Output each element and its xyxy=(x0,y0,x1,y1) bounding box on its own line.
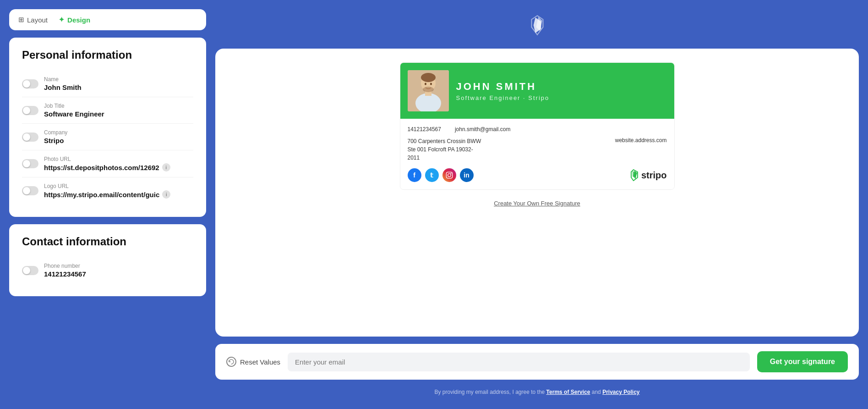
contact-info-title: Contact information xyxy=(22,235,193,248)
field-phone-value: 14121234567 xyxy=(44,270,193,278)
field-job-title: Job Title Software Engineer xyxy=(22,97,193,124)
person-avatar-svg xyxy=(408,70,449,111)
field-company-content: Company Stripo xyxy=(44,129,193,144)
terms-middle: and xyxy=(592,389,601,395)
toggle-name[interactable] xyxy=(22,79,38,88)
toggle-phone[interactable] xyxy=(22,266,38,275)
field-logo-url-value: https://my.stripo.email/content/guic xyxy=(44,191,159,199)
sig-address-line3: 2011 xyxy=(408,155,420,161)
sig-address: 700 Carpenters Crossin BWW Ste 001 Folcr… xyxy=(408,137,537,162)
field-phone-label: Phone number xyxy=(44,263,193,269)
sig-phone: 14121234567 xyxy=(408,126,441,133)
field-logo-url-content: Logo URL https://my.stripo.email/content… xyxy=(44,183,193,199)
get-signature-button[interactable]: Get your signature xyxy=(757,351,848,372)
terms-text: By providing my email address, I agree t… xyxy=(215,387,859,400)
terms-prefix: By providing my email address, I agree t… xyxy=(434,389,545,395)
svg-point-2 xyxy=(421,73,436,82)
social-icons: f 𝕥 in xyxy=(408,168,474,182)
reset-icon xyxy=(226,357,236,367)
tab-design-label: Design xyxy=(67,16,90,24)
sig-addr-website-row: 700 Carpenters Crossin BWW Ste 001 Folcr… xyxy=(408,137,667,162)
create-own-signature-link[interactable]: Create Your Own Free Signature xyxy=(494,200,580,207)
field-logo-url: Logo URL https://my.stripo.email/content… xyxy=(22,177,193,204)
field-job-title-value: Software Engineer xyxy=(44,110,193,118)
logo-url-info-icon[interactable]: i xyxy=(162,190,170,199)
sig-address-line1: 700 Carpenters Crossin BWW xyxy=(408,138,481,144)
contact-info-card: Contact information Phone number 1412123… xyxy=(9,224,206,296)
sig-address-line2: Ste 001 Folcroft PA 19032- xyxy=(408,146,473,153)
stripo-logo-icon xyxy=(526,14,549,37)
linkedin-icon[interactable]: in xyxy=(460,168,474,182)
svg-point-10 xyxy=(450,173,451,174)
bottom-bar: Reset Values Get your signature xyxy=(215,344,859,380)
twitter-icon[interactable]: 𝕥 xyxy=(425,168,439,182)
field-company-label: Company xyxy=(44,129,193,136)
toggle-logo-url[interactable] xyxy=(22,186,38,195)
tab-layout[interactable]: ⊞ Layout xyxy=(18,16,48,24)
personal-info-title: Personal information xyxy=(22,49,193,61)
signature-preview: JOHN SMITH Software Engineer · Stripo 14… xyxy=(400,62,675,190)
privacy-policy-link[interactable]: Privacy Policy xyxy=(602,389,639,395)
tab-layout-label: Layout xyxy=(27,16,48,24)
instagram-icon[interactable] xyxy=(442,168,456,182)
tabs-bar: ⊞ Layout ✦ Design xyxy=(9,9,206,30)
field-photo-url-label: Photo URL xyxy=(44,156,193,162)
design-icon: ✦ xyxy=(59,16,65,24)
svg-rect-8 xyxy=(446,172,452,178)
tab-design[interactable]: ✦ Design xyxy=(59,16,90,24)
field-photo-url-row: https://st.depositphotos.com/12692 i xyxy=(44,163,193,171)
field-name-value: John Smith xyxy=(44,83,193,91)
sig-brand-name: stripo xyxy=(641,170,667,181)
sig-brand-logo: stripo xyxy=(628,169,667,181)
sig-header: JOHN SMITH Software Engineer · Stripo xyxy=(400,63,674,119)
personal-info-card: Personal information Name John Smith Job… xyxy=(9,38,206,217)
svg-point-5 xyxy=(425,83,426,85)
facebook-icon[interactable]: f xyxy=(408,168,421,182)
sig-email: john.smith@gmail.com xyxy=(455,126,511,133)
sig-website-url: website.address.com xyxy=(615,137,667,144)
toggle-company[interactable] xyxy=(22,133,38,142)
field-photo-url: Photo URL https://st.depositphotos.com/1… xyxy=(22,150,193,177)
top-logo-area xyxy=(215,9,859,41)
sig-website: website.address.com xyxy=(537,137,667,162)
field-logo-url-label: Logo URL xyxy=(44,183,193,189)
field-job-title-label: Job Title xyxy=(44,103,193,109)
sig-full-name: JOHN SMITH xyxy=(456,81,667,93)
create-link-area: Create Your Own Free Signature xyxy=(229,199,845,207)
svg-point-9 xyxy=(448,174,451,177)
field-photo-url-content: Photo URL https://st.depositphotos.com/1… xyxy=(44,156,193,171)
field-company-value: Stripo xyxy=(44,137,193,144)
field-photo-url-value: https://st.depositphotos.com/12692 xyxy=(44,164,159,171)
field-name: Name John Smith xyxy=(22,71,193,97)
sig-title-company: Software Engineer · Stripo xyxy=(456,94,667,101)
field-phone: Phone number 14121234567 xyxy=(22,257,193,283)
sig-social-row: f 𝕥 in xyxy=(408,168,667,182)
toggle-photo-url[interactable] xyxy=(22,159,38,168)
svg-point-7 xyxy=(423,87,434,92)
field-name-label: Name xyxy=(44,76,193,83)
signature-preview-card: JOHN SMITH Software Engineer · Stripo 14… xyxy=(215,49,859,337)
sig-name-area: JOHN SMITH Software Engineer · Stripo xyxy=(456,81,667,101)
field-job-title-content: Job Title Software Engineer xyxy=(44,103,193,118)
reset-values-label: Reset Values xyxy=(240,358,280,366)
photo-url-info-icon[interactable]: i xyxy=(162,163,170,171)
terms-of-service-link[interactable]: Terms of Service xyxy=(546,389,590,395)
field-company: Company Stripo xyxy=(22,124,193,150)
reset-values-button[interactable]: Reset Values xyxy=(226,357,280,367)
field-logo-url-row: https://my.stripo.email/content/guic i xyxy=(44,190,193,199)
stripo-brand-icon xyxy=(628,169,639,181)
field-name-content: Name John Smith xyxy=(44,76,193,91)
sig-body: 14121234567 john.smith@gmail.com 700 Car… xyxy=(400,119,674,189)
layout-icon: ⊞ xyxy=(18,16,24,24)
svg-point-6 xyxy=(430,83,432,85)
sig-photo xyxy=(408,70,449,111)
email-input[interactable] xyxy=(288,353,750,371)
field-phone-content: Phone number 14121234567 xyxy=(44,263,193,278)
toggle-job-title[interactable] xyxy=(22,106,38,115)
sig-contact-row: 14121234567 john.smith@gmail.com xyxy=(408,126,667,133)
